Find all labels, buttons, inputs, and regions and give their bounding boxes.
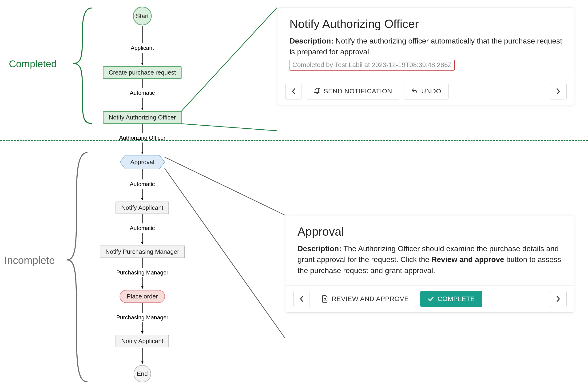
- description-label: Description:: [290, 37, 333, 45]
- edge-label-purchasing-manager-2: Purchasing Manager: [116, 314, 168, 321]
- flow-node-start: Start: [133, 7, 152, 25]
- panel-notify-completion: Completed by Test Labii at 2023-12-19T08…: [290, 60, 455, 70]
- undo-button[interactable]: UNDO: [404, 83, 449, 99]
- prev-button[interactable]: [285, 83, 302, 99]
- bell-plus-icon: [313, 88, 320, 95]
- end-label: End: [137, 370, 148, 378]
- notify-applicant-2-label: Notify Applicant: [121, 337, 163, 345]
- flow-node-end: End: [133, 365, 151, 382]
- next-button[interactable]: [550, 83, 567, 99]
- edge-label-applicant: Applicant: [131, 45, 154, 51]
- panel-approval-footer: REVIEW AND APPROVE COMPLETE: [286, 285, 574, 312]
- flow-node-place-order: Place order: [120, 290, 165, 303]
- panel-approval-description: Description: The Authorizing Officer sho…: [297, 243, 562, 276]
- svg-marker-0: [120, 155, 165, 169]
- panel-approval: Approval Description: The Authorizing Of…: [286, 215, 574, 313]
- chevron-left-icon: [291, 88, 296, 95]
- flow-node-create-purchase-request: Create purchase request: [103, 66, 182, 79]
- flow-node-notify-applicant-1: Notify Applicant: [115, 201, 169, 214]
- place-order-label: Place order: [127, 293, 158, 300]
- document-search-icon: [321, 295, 328, 303]
- next-button[interactable]: [550, 291, 567, 307]
- start-label: Start: [136, 12, 149, 20]
- flow-node-approval: Approval: [120, 155, 165, 169]
- svg-line-18: [165, 157, 285, 215]
- undo-icon: [411, 88, 418, 95]
- review-and-approve-button[interactable]: REVIEW AND APPROVE: [314, 291, 416, 307]
- notify-purchasing-manager-label: Notify Purchasing Manager: [105, 248, 179, 255]
- panel-notify-footer: SEND NOTIFICATION UNDO: [278, 78, 574, 105]
- panel-notify-title: Notify Authorizing Officer: [290, 17, 562, 31]
- description-label: Description:: [297, 244, 341, 253]
- notify-applicant-label: Notify Applicant: [121, 204, 163, 211]
- completed-incomplete-divider: [0, 140, 588, 141]
- review-and-approve-label: REVIEW AND APPROVE: [332, 295, 409, 303]
- edge-label-automatic-3: Automatic: [130, 225, 155, 231]
- panel-notify-authorizing-officer: Notify Authorizing Officer Description: …: [278, 7, 574, 105]
- flow-node-notify-purchasing-manager: Notify Purchasing Manager: [100, 246, 185, 258]
- panel-approval-title: Approval: [297, 225, 562, 238]
- svg-line-16: [181, 7, 277, 111]
- edge-label-automatic-1: Automatic: [130, 90, 155, 96]
- description-bold: Review and approve: [431, 255, 504, 264]
- section-label-incomplete: Incomplete: [4, 255, 55, 266]
- create-purchase-request-label: Create purchase request: [109, 69, 176, 76]
- flow-node-notify-applicant-2: Notify Applicant: [115, 335, 169, 347]
- send-notification-label: SEND NOTIFICATION: [324, 88, 392, 95]
- undo-label: UNDO: [421, 88, 441, 95]
- chevron-left-icon: [299, 296, 304, 302]
- svg-line-17: [181, 124, 277, 131]
- flow-node-notify-authorizing-officer: Notify Authorizing Officer: [103, 111, 182, 124]
- notify-authorizing-officer-label: Notify Authorizing Officer: [109, 114, 176, 121]
- complete-button[interactable]: COMPLETE: [420, 291, 482, 307]
- section-label-completed: Completed: [9, 58, 57, 70]
- send-notification-button[interactable]: SEND NOTIFICATION: [306, 83, 399, 99]
- edge-label-purchasing-manager-1: Purchasing Manager: [116, 269, 168, 276]
- check-icon: [427, 296, 434, 302]
- prev-button[interactable]: [293, 291, 310, 307]
- panel-notify-description: Description: Notify the authorizing offi…: [290, 35, 562, 57]
- chevron-right-icon: [556, 296, 561, 302]
- edge-label-automatic-2: Automatic: [130, 181, 155, 188]
- chevron-right-icon: [556, 88, 561, 95]
- svg-line-21: [326, 300, 326, 301]
- complete-label: COMPLETE: [437, 295, 475, 303]
